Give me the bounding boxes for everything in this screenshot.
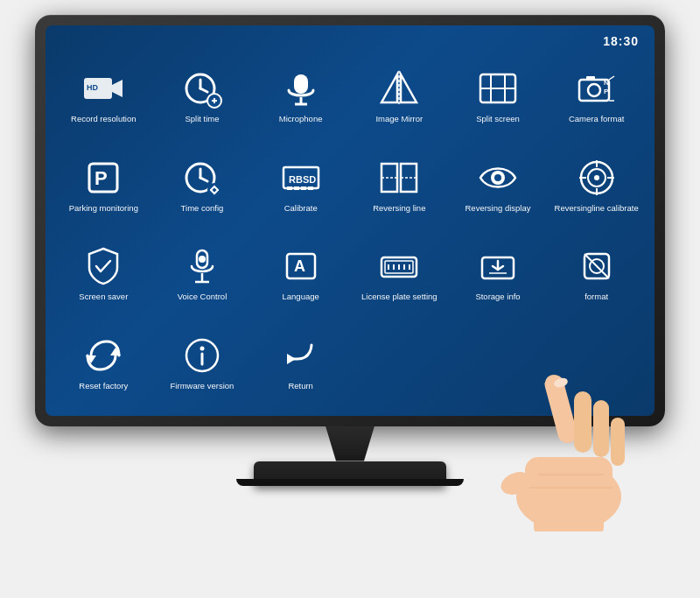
microphone-icon	[280, 67, 322, 109]
svg-point-46	[594, 175, 599, 180]
return-label: Return	[288, 381, 313, 390]
clock-settings-icon	[181, 67, 223, 109]
svg-text:A: A	[294, 257, 305, 275]
svg-text:RBSD: RBSD	[289, 174, 316, 185]
menu-item-voice-control[interactable]: Voice Control	[153, 229, 252, 319]
reset-icon	[82, 334, 124, 376]
svg-point-54	[199, 256, 206, 263]
screen-saver-label: Screen saver	[79, 292, 128, 301]
language-icon: A	[280, 245, 322, 287]
menu-item-split-screen[interactable]: Split screen	[449, 52, 548, 141]
reversingline-calibrate-label: Reversingline calibrate	[555, 203, 639, 213]
menu-item-record-resolution[interactable]: HD Record resolution	[54, 52, 153, 141]
microphone-stand-icon	[181, 245, 223, 287]
info-icon	[181, 334, 223, 376]
empty-cell-6	[547, 318, 646, 407]
reset-factory-label: Reset factory	[79, 381, 128, 390]
parking-icon: P	[82, 157, 124, 199]
svg-rect-81	[525, 457, 612, 510]
svg-text:P: P	[94, 167, 108, 189]
svg-point-31	[207, 183, 221, 197]
svg-marker-2	[112, 80, 122, 97]
svg-marker-74	[287, 354, 296, 364]
svg-rect-21	[586, 76, 595, 81]
menu-item-reversing-line[interactable]: Reversing line	[350, 140, 449, 229]
monitor-neck	[315, 426, 385, 461]
svg-rect-35	[294, 186, 299, 190]
camera-format-icon: N P	[576, 67, 618, 109]
license-plate-label: License plate setting	[361, 292, 438, 301]
svg-rect-36	[301, 186, 306, 190]
calibrate-icon: RBSD	[280, 157, 322, 199]
camera-format-label: Camera format	[569, 114, 624, 123]
svg-text:HD: HD	[87, 83, 98, 92]
no-format-icon	[576, 245, 618, 287]
menu-item-format[interactable]: format	[547, 229, 646, 319]
svg-rect-82	[534, 501, 604, 531]
svg-rect-9	[294, 74, 308, 94]
svg-text:N: N	[604, 79, 609, 87]
menu-grid: HD Record resolution	[46, 25, 654, 416]
menu-item-camera-format[interactable]: N P Camera format	[547, 52, 646, 141]
menu-item-time-config[interactable]: Time config	[153, 140, 252, 229]
reversing-line-icon	[378, 157, 420, 199]
return-icon	[280, 334, 322, 376]
menu-item-return[interactable]: Return	[251, 318, 350, 407]
menu-item-reversing-display[interactable]: Reversing display	[449, 140, 548, 229]
firmware-version-label: Firmware version	[171, 381, 234, 390]
storage-info-label: Storage info	[475, 292, 520, 301]
svg-line-30	[200, 178, 207, 181]
monitor-base	[254, 461, 446, 486]
menu-item-parking-monitoring[interactable]: P Parking monitoring	[54, 140, 153, 229]
license-plate-icon	[378, 245, 420, 287]
reversing-line-label: Reversing line	[373, 203, 425, 213]
svg-point-73	[200, 346, 204, 350]
image-mirror-icon	[378, 67, 420, 109]
menu-item-firmware-version[interactable]: Firmware version	[153, 318, 252, 407]
menu-item-reversingline-calibrate[interactable]: Reversingline calibrate	[547, 140, 646, 229]
svg-rect-34	[287, 186, 292, 190]
svg-point-20	[588, 84, 600, 96]
hd-camera-icon: HD	[82, 67, 124, 109]
menu-item-calibrate[interactable]: RBSD Calibrate	[251, 140, 350, 229]
svg-text:P: P	[604, 88, 609, 95]
menu-item-license-plate[interactable]: License plate setting	[350, 229, 449, 319]
svg-rect-37	[308, 186, 313, 190]
target-icon	[576, 157, 618, 199]
record-resolution-label: Record resolution	[71, 114, 136, 123]
split-screen-icon	[477, 67, 519, 109]
svg-line-68	[584, 254, 609, 278]
shield-check-icon	[82, 245, 124, 287]
voice-control-label: Voice Control	[178, 292, 228, 301]
menu-item-microphone[interactable]: Microphone	[251, 52, 350, 141]
svg-point-75	[516, 461, 621, 531]
menu-item-split-time[interactable]: Split time	[153, 52, 252, 141]
menu-item-storage-info[interactable]: Storage info	[449, 229, 548, 319]
svg-line-24	[609, 76, 614, 80]
format-label: format	[584, 292, 608, 301]
svg-point-43	[494, 174, 501, 181]
menu-item-language[interactable]: A Language	[251, 229, 350, 319]
menu-item-screen-saver[interactable]: Screen saver	[54, 229, 153, 319]
eye-icon	[477, 157, 519, 199]
monitor-wrapper: 18:30 HD Record resolution	[18, 15, 682, 584]
time-config-icon	[181, 157, 223, 199]
monitor-bezel: 18:30 HD Record resolution	[35, 15, 665, 426]
empty-cell-5	[449, 318, 548, 407]
microphone-label: Microphone	[279, 114, 323, 123]
reversing-display-label: Reversing display	[466, 203, 531, 213]
menu-item-image-mirror[interactable]: Image Mirror	[350, 52, 449, 141]
svg-marker-12	[382, 74, 397, 102]
monitor-screen: 18:30 HD Record resolution	[46, 25, 654, 416]
split-screen-label: Split screen	[476, 114, 520, 123]
svg-line-5	[200, 88, 207, 92]
empty-cell-4	[350, 318, 449, 407]
parking-monitoring-label: Parking monitoring	[69, 203, 138, 213]
calibrate-label: Calibrate	[284, 203, 318, 213]
time-display: 18:30	[603, 34, 639, 48]
svg-point-76	[498, 468, 535, 498]
menu-item-reset-factory[interactable]: Reset factory	[54, 318, 153, 407]
split-time-label: Split time	[185, 114, 219, 123]
language-label: Language	[283, 292, 319, 301]
svg-marker-13	[401, 74, 416, 102]
